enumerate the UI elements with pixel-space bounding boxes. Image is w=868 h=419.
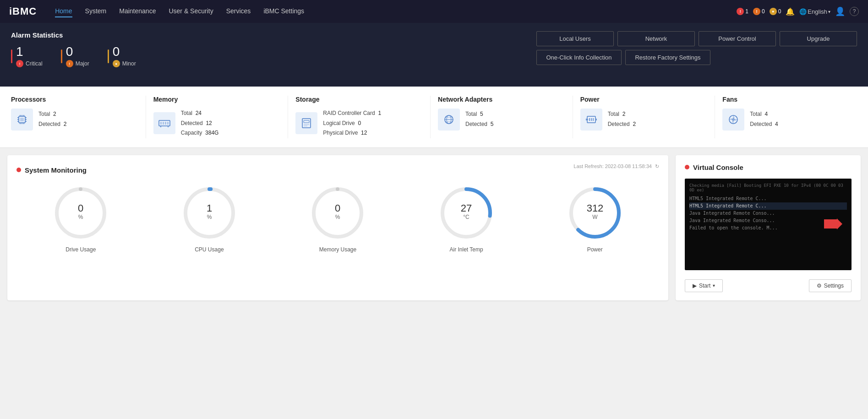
gauges-row: 0 % Drive Usage 1 % CPU Usage: [16, 179, 659, 253]
console-line: Java Integrated Remote Conso...: [689, 210, 847, 217]
settings-gear-icon: ⚙: [817, 283, 822, 289]
logo: iBMC: [9, 5, 37, 17]
gauge-cpu-usage: 1 % CPU Usage: [180, 183, 239, 253]
minor-count-display: 0: [113, 45, 136, 58]
hw-fans-title: Fans: [722, 96, 850, 103]
alarm-section: Alarm Statistics 1 ! Critical: [0, 23, 868, 87]
refresh-info: Last Refresh: 2022-03-08 11:58:34 ↻: [573, 163, 659, 169]
storage-icon: [295, 112, 317, 134]
drive-usage-label: Drive Usage: [66, 246, 96, 253]
major-icon: !: [753, 8, 760, 15]
main-nav: Home System Maintenance User & Security …: [55, 5, 737, 17]
btn-one-click-info[interactable]: One-Click Info Collection: [536, 50, 622, 65]
svg-rect-1: [20, 118, 24, 121]
user-avatar[interactable]: 👤: [835, 6, 845, 16]
console-line: Failed to open the console. M...: [689, 224, 847, 232]
btn-restore-factory[interactable]: Restore Factory Settings: [625, 50, 710, 65]
alarm-major: 0 ! Major: [61, 45, 89, 67]
console-lines: HTML5 Integrated Remote C...HTML5 Integr…: [689, 195, 847, 232]
air-inlet-temp-label: Air Inlet Temp: [450, 246, 483, 253]
nav-maintenance[interactable]: Maintenance: [119, 5, 156, 17]
svg-rect-16: [163, 122, 164, 125]
console-buttons: ▶ Start ▾ ⚙ Settings: [685, 279, 852, 292]
major-count: 0: [762, 8, 765, 15]
bottom-panels: System Monitoring Last Refresh: 2022-03-…: [0, 148, 868, 308]
system-monitoring-title: System Monitoring: [16, 166, 87, 174]
power-icon: [580, 109, 602, 131]
btn-network[interactable]: Network: [617, 31, 695, 46]
critical-label: ! Critical: [16, 60, 43, 67]
minor-icon: ●: [770, 8, 777, 15]
btn-upgrade[interactable]: Upgrade: [780, 31, 857, 46]
major-divider: [61, 49, 62, 63]
system-monitoring-panel: System Monitoring Last Refresh: 2022-03-…: [7, 155, 668, 300]
minor-dot: ●: [113, 60, 120, 67]
minor-count: 0: [778, 8, 781, 15]
gauge-drive-usage: 0 % Drive Usage: [51, 183, 110, 253]
svg-text:%: %: [78, 214, 83, 220]
alarm-badge-major[interactable]: ! 0: [753, 8, 765, 15]
major-count-display: 0: [66, 45, 89, 58]
hw-network-title: Network Adapters: [438, 96, 565, 103]
virtual-console-title: Virtual Console: [685, 163, 852, 171]
power-label: Power: [587, 246, 603, 253]
svg-text:1: 1: [207, 202, 212, 214]
lang-selector[interactable]: 🌐 English ▾: [799, 8, 830, 15]
console-dot: [685, 165, 689, 169]
svg-text:0: 0: [78, 202, 83, 214]
memory-icon: [153, 112, 175, 134]
svg-text:0: 0: [335, 202, 340, 214]
critical-divider: [11, 49, 12, 63]
fans-icon: [722, 109, 744, 131]
major-label: ! Major: [66, 60, 89, 67]
nav-home[interactable]: Home: [55, 5, 72, 17]
svg-text:W: W: [592, 214, 598, 220]
hw-storage: Storage RAID Controller Card 1 Logical D…: [288, 96, 431, 138]
gauge-memory-usage: 0 % Memory Usage: [308, 183, 367, 253]
refresh-icon[interactable]: ↻: [655, 163, 659, 169]
header-right: ! 1 ! 0 ● 0 🔔 🌐 English ▾ 👤 ?: [737, 6, 859, 16]
network-icon: [438, 109, 460, 131]
alarm-title: Alarm Statistics: [11, 31, 136, 39]
svg-text:%: %: [335, 214, 340, 220]
start-chevron: ▾: [713, 283, 715, 288]
console-start-button[interactable]: ▶ Start ▾: [685, 279, 723, 292]
hw-network-stats: Total 5 Detected 5: [465, 109, 493, 129]
hw-memory: Memory Total 24 Detected 12 Capacity 384…: [146, 96, 289, 138]
console-screen: Checking media [Fail] Booting EFI PXE 10…: [685, 179, 852, 270]
help-icon[interactable]: ?: [850, 7, 859, 16]
alarm-badge-minor[interactable]: ● 0: [770, 8, 781, 15]
svg-text:312: 312: [586, 202, 603, 214]
critical-icon: !: [737, 8, 744, 15]
btn-local-users[interactable]: Local Users: [536, 31, 614, 46]
btn-power-control[interactable]: Power Control: [699, 31, 776, 46]
lang-chevron: ▾: [828, 9, 830, 14]
svg-rect-21: [302, 119, 311, 128]
console-boot-text: Checking media [Fail] Booting EFI PXE 10…: [689, 183, 847, 192]
alarm-critical: 1 ! Critical: [11, 45, 43, 67]
play-icon: ▶: [693, 283, 697, 289]
hw-memory-stats: Total 24 Detected 12 Capacity 384G: [181, 109, 219, 138]
console-settings-button[interactable]: ⚙ Settings: [809, 279, 852, 292]
alarm-stats: 1 ! Critical 0: [11, 45, 136, 67]
cpu-usage-label: CPU Usage: [195, 246, 224, 253]
hw-memory-title: Memory: [153, 96, 281, 103]
major-dot: !: [66, 60, 73, 67]
critical-dot: !: [16, 60, 23, 67]
svg-rect-15: [160, 122, 162, 125]
monitoring-dot: [16, 168, 21, 172]
alarm-badge-critical[interactable]: ! 1: [737, 8, 748, 15]
svg-rect-22: [304, 120, 309, 123]
globe-icon: 🌐: [799, 8, 807, 15]
hw-processors-stats: Total 2 Detected 2: [38, 109, 66, 129]
nav-services[interactable]: Services: [226, 5, 251, 17]
minor-divider: [108, 49, 109, 63]
hw-processors: Processors: [11, 96, 146, 138]
nav-user-security[interactable]: User & Security: [169, 5, 213, 17]
notification-icon[interactable]: 🔔: [786, 7, 795, 16]
nav-system[interactable]: System: [85, 5, 107, 17]
svg-rect-18: [167, 122, 169, 125]
hw-power-stats: Total 2 Detected 2: [608, 109, 636, 129]
nav-ibmc-settings[interactable]: iBMC Settings: [263, 5, 304, 17]
hardware-overview: Processors: [0, 87, 868, 148]
